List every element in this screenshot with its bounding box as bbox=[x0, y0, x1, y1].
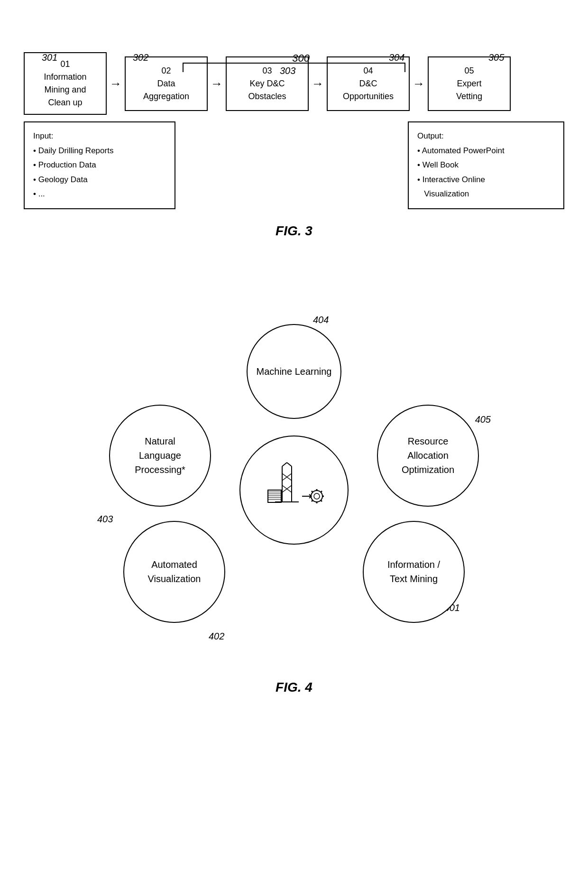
fig4-section: 404 405 401 402 403 Machine Learning Res… bbox=[0, 281, 588, 714]
input-title: Input: bbox=[33, 131, 54, 140]
arrow-2: → bbox=[208, 76, 226, 91]
fig3-label: FIG. 3 bbox=[19, 223, 569, 239]
flow-box-5: 05ExpertVetting bbox=[428, 56, 511, 111]
input-box: Input: • Daily Drilling Reports • Produc… bbox=[24, 121, 175, 209]
ref-403: 403 bbox=[97, 514, 113, 525]
ref-304: 304 bbox=[389, 52, 404, 63]
ref-303: 303 bbox=[280, 65, 295, 76]
circle-text-mining: Information /Text Mining bbox=[363, 521, 465, 623]
ref-405: 405 bbox=[475, 414, 491, 425]
fig3-section: 300 301 302 303 304 305 01Informati bbox=[0, 0, 588, 253]
ref-404: 404 bbox=[313, 315, 329, 325]
svg-line-25 bbox=[321, 491, 322, 492]
fig4-label: FIG. 4 bbox=[19, 680, 569, 695]
svg-line-3 bbox=[287, 463, 292, 466]
output-title: Output: bbox=[417, 131, 444, 140]
flow-box-1: 01InformationMining andClean up bbox=[24, 52, 107, 115]
svg-point-18 bbox=[311, 491, 322, 502]
circle-nlp: NaturalLanguageProcessing* bbox=[109, 405, 211, 507]
drilling-rig-icon bbox=[256, 462, 332, 519]
svg-line-26 bbox=[312, 500, 312, 501]
arrow-1: → bbox=[107, 76, 125, 91]
arrow-4: → bbox=[410, 76, 428, 91]
circle-automated-vis: AutomatedVisualization bbox=[123, 521, 225, 623]
circle-machine-learning: Machine Learning bbox=[247, 324, 341, 419]
circle-resource-allocation: ResourceAllocationOptimization bbox=[377, 405, 479, 507]
svg-line-24 bbox=[312, 491, 312, 492]
arrow-3: → bbox=[309, 76, 327, 91]
ref-305: 305 bbox=[488, 52, 504, 63]
svg-line-27 bbox=[321, 500, 322, 501]
ref-402: 402 bbox=[209, 631, 224, 642]
ref-302: 302 bbox=[133, 52, 148, 63]
svg-line-2 bbox=[282, 463, 287, 466]
svg-point-19 bbox=[314, 493, 320, 499]
circle-center bbox=[239, 436, 349, 545]
ref-301: 301 bbox=[42, 52, 57, 63]
output-box: Output: • Automated PowerPoint • Well Bo… bbox=[408, 121, 564, 209]
